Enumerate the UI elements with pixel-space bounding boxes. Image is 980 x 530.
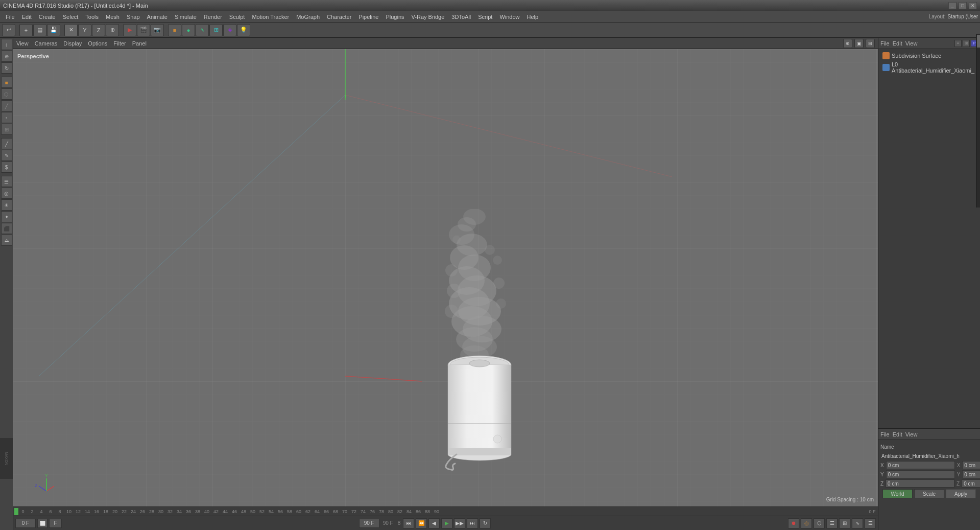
menu-plugins[interactable]: Plugins xyxy=(382,13,408,21)
vp-menu-display[interactable]: Display xyxy=(63,40,82,47)
menu-render[interactable]: Render xyxy=(200,13,226,21)
edge-mode-button[interactable]: ╱ xyxy=(1,100,12,111)
vp-icon-2[interactable]: ▣ xyxy=(854,39,864,48)
viewport[interactable]: Perspective xyxy=(13,49,878,506)
object-mode-button[interactable]: ■ xyxy=(1,77,12,88)
timeline-button[interactable]: ⊞ xyxy=(839,518,850,528)
model-mode-button[interactable]: ✕ xyxy=(64,24,78,36)
go-start-button[interactable]: ⏮ xyxy=(403,518,414,528)
menu-vray[interactable]: V-Ray Bridge xyxy=(408,13,448,21)
close-button[interactable]: ✕ xyxy=(969,2,977,9)
spline-button[interactable]: ∿ xyxy=(196,24,209,36)
axis-y-button[interactable]: Y xyxy=(78,24,91,36)
menu-motion-tracker[interactable]: Motion Tracker xyxy=(248,13,293,21)
menu-edit[interactable]: Edit xyxy=(18,13,35,21)
attr-z-pos[interactable] xyxy=(886,479,954,488)
minimize-button[interactable]: _ xyxy=(948,2,957,9)
menu-select[interactable]: Select xyxy=(59,13,82,21)
point-mode-button[interactable]: • xyxy=(1,112,12,123)
maximize-button[interactable]: □ xyxy=(959,2,967,9)
world-button[interactable]: World xyxy=(882,489,913,498)
vp-menu-view[interactable]: View xyxy=(16,40,29,47)
scene-item-subdivision[interactable]: Subdivision Surface xyxy=(880,51,978,60)
menu-mograph[interactable]: MoGraph xyxy=(293,13,323,21)
cube-button[interactable]: ■ xyxy=(168,24,181,36)
step-forward-button[interactable]: ▶▶ xyxy=(454,518,465,528)
scene-item-humidifier[interactable]: L0 Antibacterial_Humidifier_Xiaomi_ xyxy=(880,60,978,75)
rp-menu-file[interactable]: File xyxy=(880,40,890,47)
rotate-tool-button[interactable]: ↻ xyxy=(1,62,12,74)
vp-menu-filter[interactable]: Filter xyxy=(113,40,126,47)
menu-script[interactable]: Script xyxy=(474,13,496,21)
play-reverse-button[interactable]: ⏪ xyxy=(416,518,427,528)
vp-menu-options[interactable]: Options xyxy=(88,40,107,47)
scale-button[interactable]: Scale xyxy=(914,489,944,498)
render-button[interactable]: ▶ xyxy=(123,24,136,36)
menu-simulate[interactable]: Simulate xyxy=(171,13,200,21)
line-tool-button[interactable]: ╱ xyxy=(1,138,12,149)
menu-create[interactable]: Create xyxy=(35,13,59,21)
record-button[interactable]: ⏺ xyxy=(788,518,799,528)
vp-icon-1[interactable]: ⊕ xyxy=(843,39,852,48)
right-scrollbar[interactable] xyxy=(976,34,980,208)
render-to-po-button[interactable]: 📷 xyxy=(151,24,164,36)
polygon-mode-button[interactable]: ⬡ xyxy=(1,88,12,100)
rotate-button[interactable]: ⊕ xyxy=(106,24,119,36)
menu-tools[interactable]: Tools xyxy=(82,13,102,21)
vp-menu-cameras[interactable]: Cameras xyxy=(35,40,58,47)
undo-button[interactable]: ↩ xyxy=(2,24,15,36)
attr-y-pos[interactable] xyxy=(886,470,955,478)
menu-sculpt[interactable]: Sculpt xyxy=(226,13,249,21)
menu-snap[interactable]: Snap xyxy=(123,13,144,21)
new-button[interactable]: + xyxy=(19,24,33,36)
fcurve-button[interactable]: ∿ xyxy=(852,518,863,528)
menu-mesh[interactable]: Mesh xyxy=(102,13,123,21)
texture-tool-button[interactable]: ⬛ xyxy=(1,223,12,234)
attr-x-rot[interactable] xyxy=(962,461,980,469)
menu-help[interactable]: Help xyxy=(523,13,542,21)
camera-tool-button[interactable]: ◎ xyxy=(1,188,12,199)
axis-z-button[interactable]: Z xyxy=(92,24,105,36)
apply-button[interactable]: Apply xyxy=(946,489,976,498)
uv-mode-button[interactable]: ⊞ xyxy=(1,124,12,135)
play-button[interactable]: ▶ xyxy=(441,518,452,528)
open-button[interactable]: ▤ xyxy=(33,24,46,36)
attr-menu-file[interactable]: File xyxy=(880,431,890,437)
auto-key-button[interactable]: ◎ xyxy=(801,518,812,528)
paint-tool-button[interactable]: ✦ xyxy=(1,211,12,222)
layer-tool-button[interactable]: ☰ xyxy=(1,176,12,187)
attr-y-rot[interactable] xyxy=(962,470,980,478)
render-settings-button[interactable]: 🎬 xyxy=(137,24,150,36)
attr-menu-edit[interactable]: Edit xyxy=(893,431,902,437)
vp-menu-panel[interactable]: Panel xyxy=(132,40,147,47)
motion-clip-button[interactable]: ☰ xyxy=(826,518,838,528)
rp-menu-edit[interactable]: Edit xyxy=(893,40,902,47)
attr-menu-view[interactable]: View xyxy=(905,431,918,437)
menu-pipeline[interactable]: Pipeline xyxy=(355,13,382,21)
brush-tool-button[interactable]: ✎ xyxy=(1,150,12,161)
scale-tool-button[interactable]: ⊕ xyxy=(1,51,12,62)
end-frame-input[interactable] xyxy=(359,519,379,528)
fps-input[interactable] xyxy=(49,519,62,528)
menu-window[interactable]: Window xyxy=(496,13,523,21)
terrain-tool-button[interactable]: ⛰ xyxy=(1,235,12,246)
step-back-button[interactable]: ◀ xyxy=(428,518,440,528)
rp-menu-view[interactable]: View xyxy=(905,40,918,47)
loop-button[interactable]: ↻ xyxy=(480,518,491,528)
knife-tool-button[interactable]: $ xyxy=(1,162,12,173)
deformer-button[interactable]: ◈ xyxy=(223,24,236,36)
menu-character[interactable]: Character xyxy=(323,13,355,21)
key-all-button[interactable]: ⬡ xyxy=(814,518,825,528)
attr-z-rot[interactable] xyxy=(962,479,980,488)
attr-x-pos[interactable] xyxy=(886,461,955,469)
menu-file[interactable]: File xyxy=(2,13,18,21)
camera-button[interactable]: 💡 xyxy=(237,24,250,36)
save-button[interactable]: 💾 xyxy=(47,24,60,36)
menu-animate[interactable]: Animate xyxy=(144,13,171,21)
light-tool-button[interactable]: ☀ xyxy=(1,199,12,211)
move-tool-button[interactable]: ↕ xyxy=(1,39,12,50)
vp-icon-3[interactable]: ⊞ xyxy=(866,39,875,48)
menu-3dtoall[interactable]: 3DToAll xyxy=(448,13,474,21)
nurbs-button[interactable]: ⊞ xyxy=(209,24,223,36)
current-frame-input[interactable] xyxy=(15,519,36,528)
